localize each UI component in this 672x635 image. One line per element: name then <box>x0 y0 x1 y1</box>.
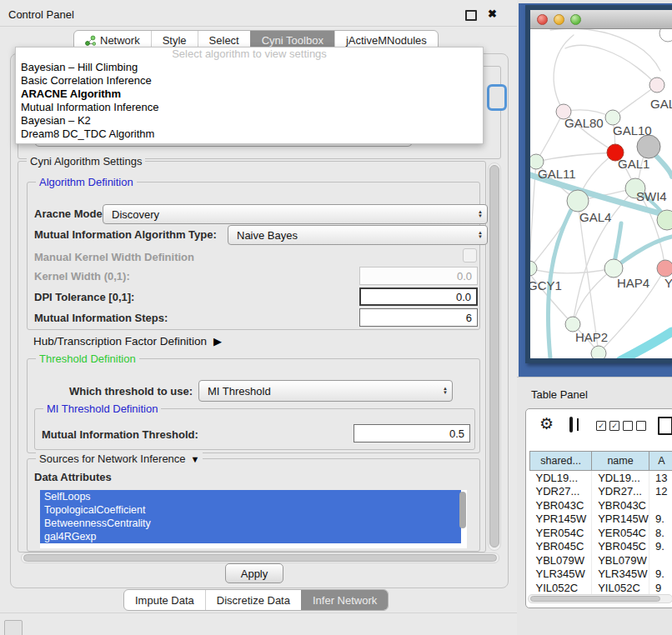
algorithm-option-bayesian-k2[interactable]: Bayesian – K2 <box>16 114 483 128</box>
table-row[interactable]: YBL079WYBL079W <box>530 553 672 568</box>
data-attribute-item[interactable]: SelfLoops <box>40 490 461 503</box>
network-window-titlebar[interactable] <box>530 10 672 29</box>
minimized-window-icon[interactable] <box>4 620 23 635</box>
table-row[interactable]: YIL052CYIL052C9 <box>530 581 672 595</box>
data-attribute-item[interactable]: gal4RGexp <box>40 530 461 543</box>
table-cell: YIL052C <box>530 581 592 595</box>
column-header-name[interactable]: name <box>592 452 649 471</box>
desktop-area: GAL80GAL10GAL1GAL11SWI4GAL4GCY1HAP4HAP2G… <box>517 0 672 635</box>
network-node[interactable] <box>659 29 672 42</box>
apply-button[interactable]: Apply <box>225 563 283 583</box>
settings-vertical-scrollbar[interactable] <box>488 162 501 551</box>
table-row[interactable]: YER054CYER054C8. <box>530 526 672 540</box>
scrollbar-thumb[interactable] <box>530 596 660 602</box>
node-label-gal: GAL <box>650 97 672 111</box>
network-node[interactable] <box>649 78 664 92</box>
network-canvas[interactable]: GAL80GAL10GAL1GAL11SWI4GAL4GCY1HAP4HAP2G… <box>530 29 672 358</box>
cyni-algorithm-settings-group: Cyni Algorithm Settings Algorithm Defini… <box>18 161 486 552</box>
network-node[interactable] <box>530 261 537 276</box>
table-row[interactable]: YLR345WYLR345W9. <box>530 568 672 582</box>
tab-network-label: Network <box>100 34 140 47</box>
node-label-hap2: HAP2 <box>575 330 608 344</box>
algorithm-option-bayesian-hill-climbing[interactable]: Bayesian – Hill Climbing <box>16 61 483 74</box>
aracne-mode-combobox[interactable]: Discovery ▲▼ <box>103 204 488 224</box>
network-node[interactable] <box>567 190 589 212</box>
manual-kernel-label: Manual Kernel Width Definition <box>34 251 194 263</box>
node-label-hap4: HAP4 <box>617 276 649 290</box>
close-icon[interactable]: ✖ <box>488 8 497 20</box>
table-row[interactable]: YDR27...YDR27...12 <box>530 485 672 499</box>
mi-steps-label: Mutual Information Steps: <box>34 312 168 324</box>
network-node[interactable] <box>591 346 606 358</box>
table-cell: YDR27... <box>530 485 592 499</box>
hub-tf-definition-toggle[interactable]: Hub/Transcription Factor Definition▶ <box>33 335 222 348</box>
dropdown-items: Bayesian – Hill ClimbingBasic Correlatio… <box>16 61 483 141</box>
scrollbar-thumb[interactable] <box>23 554 497 562</box>
sources-title: Sources for Network Inference <box>39 452 186 465</box>
mi-threshold-value: 0.5 <box>449 428 464 440</box>
network-node[interactable] <box>657 260 672 277</box>
scrollbar-thumb[interactable] <box>489 165 499 548</box>
settings-horizontal-scrollbar[interactable] <box>21 552 499 563</box>
table-cell: YPR145W <box>592 512 649 527</box>
network-node[interactable] <box>637 135 660 158</box>
table-cell: 9. <box>649 540 672 554</box>
network-edge <box>536 112 564 162</box>
dropdown-prompt: Select algorithm to view settings <box>16 48 483 61</box>
split-columns-icon[interactable] <box>569 417 573 432</box>
mi-threshold-field[interactable]: 0.5 <box>354 424 470 442</box>
mi-type-value: Naive Bayes <box>237 229 298 242</box>
table-horizontal-scrollbar[interactable] <box>528 594 672 603</box>
list-scrollbar[interactable] <box>459 492 466 528</box>
table-row[interactable]: YDL19...YDL19...13 <box>530 471 672 485</box>
table-cell: YLR345W <box>592 568 649 582</box>
tab-style-label: Style <box>163 34 187 47</box>
algorithm-option-aracne-algorithm[interactable]: ARACNE Algorithm <box>16 88 483 101</box>
deselect-all-icon[interactable] <box>623 421 649 433</box>
close-light[interactable] <box>537 14 548 25</box>
table-row[interactable]: YPR145WYPR145W9. <box>530 512 672 527</box>
table-toolbar: ⚙ ✓✓ <box>526 409 672 422</box>
minimize-light[interactable] <box>554 14 564 25</box>
mi-threshold-label: Mutual Information Threshold: <box>42 428 198 441</box>
aracne-mode-value: Discovery <box>112 208 159 221</box>
mi-threshold-definition-group: MI Threshold Definition Mutual Informati… <box>34 408 475 450</box>
sources-title-row[interactable]: Sources for Network Inference▼ <box>36 452 203 465</box>
algorithm-option-mutual-information-inference[interactable]: Mutual Information Inference <box>16 101 483 114</box>
which-threshold-combobox[interactable]: MI Threshold ▲▼ <box>198 380 453 402</box>
tab-infer-network[interactable]: Infer Network <box>301 590 388 610</box>
table-cell: YBR043C <box>530 498 592 512</box>
gear-icon[interactable]: ⚙ <box>539 416 554 432</box>
combobox-stepper-fragment[interactable] <box>487 84 507 111</box>
data-attribute-item[interactable]: TopologicalCoefficient <box>40 503 461 517</box>
table-row[interactable]: YBR045CYBR045C9. <box>530 540 672 554</box>
tab-impute-data-label: Impute Data <box>135 594 194 607</box>
mi-steps-field[interactable]: 6 <box>359 308 478 327</box>
node-label-swi4: SWI4 <box>636 189 667 203</box>
algorithm-option-dream8-dc-tdc-algorithm[interactable]: Dream8 DC_TDC Algorithm <box>16 128 483 141</box>
manual-kernel-checkbox[interactable] <box>463 248 477 262</box>
zoom-light[interactable] <box>570 14 581 25</box>
tab-impute-data[interactable]: Impute Data <box>124 590 205 610</box>
node-label-gal1: GAL1 <box>618 157 649 171</box>
tab-discretize-data[interactable]: Discretize Data <box>205 590 301 610</box>
document-icon[interactable] <box>658 417 672 435</box>
node-label-gal80: GAL80 <box>564 116 604 130</box>
column-header-a[interactable]: A <box>649 452 672 471</box>
stepper-arrows-icon: ▲▼ <box>478 226 483 244</box>
select-all-icon[interactable]: ✓✓ <box>596 421 623 433</box>
kernel-width-value: 0.0 <box>457 270 472 282</box>
kernel-width-field[interactable]: 0.0 <box>359 267 478 285</box>
float-window-icon[interactable] <box>465 10 477 21</box>
network-node[interactable] <box>604 259 623 278</box>
table-row[interactable]: YBR043CYBR043C <box>530 498 672 512</box>
dpi-tolerance-field[interactable]: 0.0 <box>359 288 478 306</box>
mi-type-combobox[interactable]: Naive Bayes ▲▼ <box>228 225 488 245</box>
dpi-tolerance-value: 0.0 <box>456 291 471 303</box>
threshold-definition-title: Threshold Definition <box>36 352 139 365</box>
data-attribute-item[interactable]: BetweennessCentrality <box>40 517 461 530</box>
bottom-tabbar: Impute DataDiscretize DataInfer Network <box>123 589 389 611</box>
table-cell: YBR043C <box>592 498 649 512</box>
column-header-shared[interactable]: shared... <box>530 452 592 471</box>
algorithm-option-basic-correlation-inference[interactable]: Basic Correlation Inference <box>16 74 483 88</box>
